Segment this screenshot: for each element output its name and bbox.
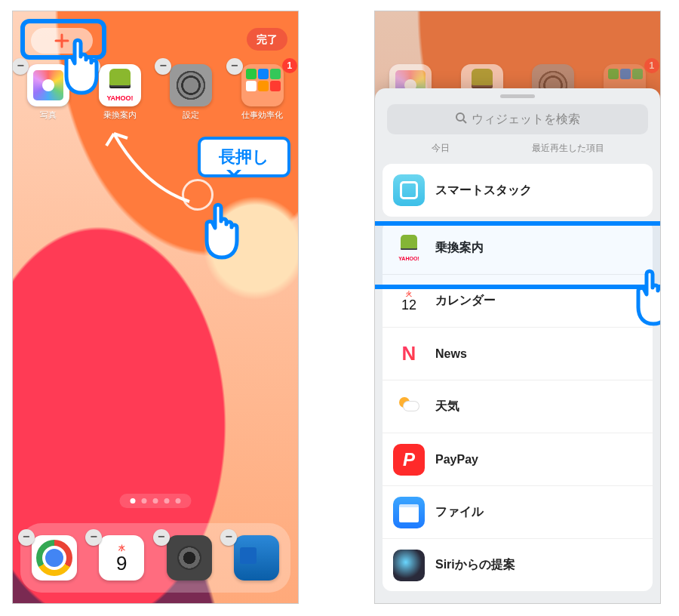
row-siri[interactable]: Siriからの提案	[383, 538, 653, 591]
dock-app-camera[interactable]: −	[159, 535, 220, 581]
segment-recent[interactable]: 最近再生した項目	[532, 142, 604, 155]
app-folder-productivity[interactable]: − 1 仕事効率化	[232, 64, 293, 121]
row-files[interactable]: ファイル	[383, 485, 653, 538]
highlight-norikae-row	[374, 221, 661, 289]
search-placeholder: ウィジェットを検索	[472, 112, 580, 128]
dock-app-outlook[interactable]: −	[226, 535, 287, 581]
folder-icon	[241, 64, 284, 106]
app-label: 仕事効率化	[232, 109, 293, 121]
calendar-icon: 水9	[99, 535, 144, 581]
row-news[interactable]: News	[383, 327, 653, 380]
search-icon	[455, 112, 467, 127]
remove-badge[interactable]: −	[155, 58, 171, 75]
remove-badge[interactable]: −	[12, 58, 29, 75]
row-paypay[interactable]: PayPay	[383, 433, 653, 485]
remove-badge[interactable]: −	[153, 529, 170, 546]
pointer-hand-icon	[58, 34, 106, 96]
siri-icon	[393, 550, 425, 581]
done-button[interactable]: 完了	[247, 28, 287, 51]
smartstack-icon	[393, 174, 425, 206]
home-screen-editing: 完了 − 写真 − 乗換案内 − 設定 −	[12, 11, 299, 604]
paypay-icon	[393, 444, 425, 476]
search-widgets-input[interactable]: ウィジェットを検索	[387, 104, 648, 134]
row-smartstack[interactable]: スマートスタック	[383, 164, 653, 217]
callout-long-press: 長押し	[198, 137, 290, 177]
svg-line-3	[463, 120, 466, 123]
pointer-hand-icon	[630, 265, 661, 327]
row-weather[interactable]: 天気	[383, 380, 653, 433]
segment-row: 今日 最近再生した項目	[375, 142, 660, 164]
widget-picker-screen: 1 ウィジェットを検索 今日 最近再生した項目 スマートスタック 乗換案内 火1…	[374, 11, 661, 604]
app-settings[interactable]: − 設定	[161, 64, 221, 121]
chrome-icon	[32, 535, 77, 581]
app-icon-row: − 写真 − 乗換案内 − 設定 − 1 仕事効率化	[13, 64, 298, 121]
segment-today[interactable]: 今日	[432, 142, 450, 155]
remove-badge[interactable]: −	[226, 58, 243, 75]
calendar-icon: 火12	[393, 285, 425, 317]
sheet-grabber[interactable]	[500, 94, 535, 98]
outlook-icon	[234, 535, 279, 581]
page-indicator[interactable]	[120, 494, 192, 508]
app-label: 写真	[18, 109, 78, 121]
pointer-hand-icon	[198, 199, 247, 260]
remove-badge[interactable]: −	[18, 529, 35, 546]
dock: − 水9− − −	[20, 523, 290, 593]
dock-app-chrome[interactable]: −	[24, 535, 84, 581]
svg-point-2	[456, 113, 464, 121]
notification-badge: 1	[282, 58, 297, 73]
files-icon	[393, 497, 425, 528]
weather-icon	[393, 391, 425, 423]
news-icon	[393, 338, 425, 370]
dock-app-calendar[interactable]: 水9−	[91, 535, 152, 581]
widget-gallery-sheet: ウィジェットを検索 今日 最近再生した項目 スマートスタック 乗換案内 火12カ…	[375, 88, 660, 603]
camera-icon	[167, 535, 212, 581]
gear-icon	[170, 64, 212, 106]
